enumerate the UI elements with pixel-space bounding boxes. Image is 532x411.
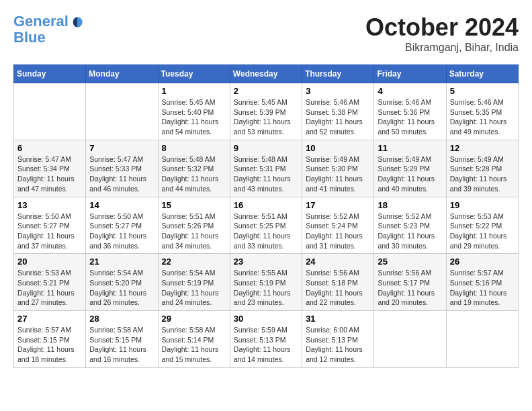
day-info: Sunrise: 5:46 AM Sunset: 5:36 PM Dayligh… [378,97,442,137]
day-info: Sunrise: 5:51 AM Sunset: 5:25 PM Dayligh… [234,212,298,251]
calendar-cell: 31Sunrise: 6:00 AM Sunset: 5:13 PM Dayli… [302,311,374,368]
calendar-week-row: 20Sunrise: 5:53 AM Sunset: 5:21 PM Dayli… [14,254,519,311]
day-number: 17 [306,200,370,210]
day-number: 18 [378,200,442,210]
calendar-cell: 16Sunrise: 5:51 AM Sunset: 5:25 PM Dayli… [230,197,302,254]
day-info: Sunrise: 5:45 AM Sunset: 5:39 PM Dayligh… [234,97,298,137]
day-number: 19 [450,200,515,210]
day-info: Sunrise: 5:50 AM Sunset: 5:27 PM Dayligh… [17,212,82,251]
day-number: 28 [89,314,154,324]
day-info: Sunrise: 5:59 AM Sunset: 5:13 PM Dayligh… [234,325,298,365]
calendar-cell: 14Sunrise: 5:50 AM Sunset: 5:27 PM Dayli… [86,197,158,254]
day-number: 29 [162,314,226,324]
day-info: Sunrise: 5:53 AM Sunset: 5:22 PM Dayligh… [450,212,515,251]
logo: General Blue [13,13,85,46]
calendar-cell: 21Sunrise: 5:54 AM Sunset: 5:20 PM Dayli… [86,254,158,311]
calendar-cell: 18Sunrise: 5:52 AM Sunset: 5:23 PM Dayli… [374,197,446,254]
day-info: Sunrise: 5:47 AM Sunset: 5:34 PM Dayligh… [17,154,82,194]
calendar-week-row: 6Sunrise: 5:47 AM Sunset: 5:34 PM Daylig… [14,140,519,197]
calendar-cell: 5Sunrise: 5:46 AM Sunset: 5:35 PM Daylig… [446,83,518,140]
calendar-cell: 2Sunrise: 5:45 AM Sunset: 5:39 PM Daylig… [230,83,302,140]
calendar-cell [446,311,518,368]
weekday-header-cell: Saturday [446,65,518,83]
calendar-cell: 15Sunrise: 5:51 AM Sunset: 5:26 PM Dayli… [158,197,230,254]
weekday-header-cell: Sunday [14,65,86,83]
day-number: 16 [234,200,298,210]
calendar-week-row: 1Sunrise: 5:45 AM Sunset: 5:40 PM Daylig… [14,83,519,140]
weekday-header-cell: Monday [86,65,158,83]
calendar-cell: 26Sunrise: 5:57 AM Sunset: 5:16 PM Dayli… [446,254,518,311]
day-info: Sunrise: 5:54 AM Sunset: 5:19 PM Dayligh… [162,268,226,308]
day-number: 27 [17,314,82,324]
day-number: 23 [234,257,298,267]
day-number: 24 [306,257,370,267]
calendar-table: SundayMondayTuesdayWednesdayThursdayFrid… [13,64,519,368]
day-number: 10 [306,143,370,153]
day-number: 8 [162,143,226,153]
calendar-cell: 22Sunrise: 5:54 AM Sunset: 5:19 PM Dayli… [158,254,230,311]
day-number: 22 [162,257,226,267]
day-info: Sunrise: 5:48 AM Sunset: 5:32 PM Dayligh… [162,154,226,194]
day-info: Sunrise: 5:56 AM Sunset: 5:17 PM Dayligh… [378,268,442,308]
calendar-cell: 8Sunrise: 5:48 AM Sunset: 5:32 PM Daylig… [158,140,230,197]
calendar-cell [374,311,446,368]
day-number: 21 [89,257,154,267]
day-info: Sunrise: 5:56 AM Sunset: 5:18 PM Dayligh… [306,268,370,308]
day-number: 5 [450,86,515,96]
day-info: Sunrise: 5:48 AM Sunset: 5:31 PM Dayligh… [234,154,298,194]
day-info: Sunrise: 5:55 AM Sunset: 5:19 PM Dayligh… [234,268,298,308]
calendar-cell: 25Sunrise: 5:56 AM Sunset: 5:17 PM Dayli… [374,254,446,311]
calendar-cell: 17Sunrise: 5:52 AM Sunset: 5:24 PM Dayli… [302,197,374,254]
day-number: 9 [234,143,298,153]
calendar-cell: 4Sunrise: 5:46 AM Sunset: 5:36 PM Daylig… [374,83,446,140]
calendar-week-row: 13Sunrise: 5:50 AM Sunset: 5:27 PM Dayli… [14,197,519,254]
weekday-header-cell: Thursday [302,65,374,83]
logo-text: General [13,13,85,30]
calendar-cell: 24Sunrise: 5:56 AM Sunset: 5:18 PM Dayli… [302,254,374,311]
day-number: 12 [450,143,515,153]
calendar-cell [14,83,86,140]
calendar-cell: 28Sunrise: 5:58 AM Sunset: 5:15 PM Dayli… [86,311,158,368]
calendar-cell: 27Sunrise: 5:57 AM Sunset: 5:15 PM Dayli… [14,311,86,368]
day-number: 1 [162,86,226,96]
day-info: Sunrise: 5:52 AM Sunset: 5:24 PM Dayligh… [306,212,370,251]
calendar-cell: 19Sunrise: 5:53 AM Sunset: 5:22 PM Dayli… [446,197,518,254]
calendar-cell: 3Sunrise: 5:46 AM Sunset: 5:38 PM Daylig… [302,83,374,140]
calendar-cell: 12Sunrise: 5:49 AM Sunset: 5:28 PM Dayli… [446,140,518,197]
calendar-cell [86,83,158,140]
day-number: 25 [378,257,442,267]
day-number: 2 [234,86,298,96]
weekday-header-cell: Wednesday [230,65,302,83]
calendar-body: 1Sunrise: 5:45 AM Sunset: 5:40 PM Daylig… [14,83,519,368]
calendar-cell: 20Sunrise: 5:53 AM Sunset: 5:21 PM Dayli… [14,254,86,311]
day-info: Sunrise: 5:46 AM Sunset: 5:35 PM Dayligh… [450,97,515,137]
calendar-cell: 10Sunrise: 5:49 AM Sunset: 5:30 PM Dayli… [302,140,374,197]
day-number: 11 [378,143,442,153]
day-info: Sunrise: 5:49 AM Sunset: 5:28 PM Dayligh… [450,154,515,194]
calendar-cell: 1Sunrise: 5:45 AM Sunset: 5:40 PM Daylig… [158,83,230,140]
calendar-cell: 11Sunrise: 5:49 AM Sunset: 5:29 PM Dayli… [374,140,446,197]
day-number: 14 [89,200,154,210]
day-info: Sunrise: 5:57 AM Sunset: 5:16 PM Dayligh… [450,268,515,308]
day-number: 3 [306,86,370,96]
day-info: Sunrise: 5:51 AM Sunset: 5:26 PM Dayligh… [162,212,226,251]
month-title: October 2024 [365,13,519,42]
day-info: Sunrise: 5:53 AM Sunset: 5:21 PM Dayligh… [17,268,82,308]
day-info: Sunrise: 5:49 AM Sunset: 5:30 PM Dayligh… [306,154,370,194]
page-header: General Blue October 2024 Bikramganj, Bi… [13,13,519,54]
day-number: 20 [17,257,82,267]
calendar-cell: 7Sunrise: 5:47 AM Sunset: 5:33 PM Daylig… [86,140,158,197]
location: Bikramganj, Bihar, India [365,42,519,54]
calendar-cell: 30Sunrise: 5:59 AM Sunset: 5:13 PM Dayli… [230,311,302,368]
calendar-cell: 6Sunrise: 5:47 AM Sunset: 5:34 PM Daylig… [14,140,86,197]
day-number: 13 [17,200,82,210]
weekday-header-row: SundayMondayTuesdayWednesdayThursdayFrid… [14,65,519,83]
logo-blue: Blue [13,30,85,46]
weekday-header-cell: Friday [374,65,446,83]
title-block: October 2024 Bikramganj, Bihar, India [365,13,519,54]
weekday-header-cell: Tuesday [158,65,230,83]
day-info: Sunrise: 5:57 AM Sunset: 5:15 PM Dayligh… [17,325,82,365]
day-number: 15 [162,200,226,210]
day-info: Sunrise: 5:54 AM Sunset: 5:20 PM Dayligh… [89,268,154,308]
day-number: 31 [306,314,370,324]
